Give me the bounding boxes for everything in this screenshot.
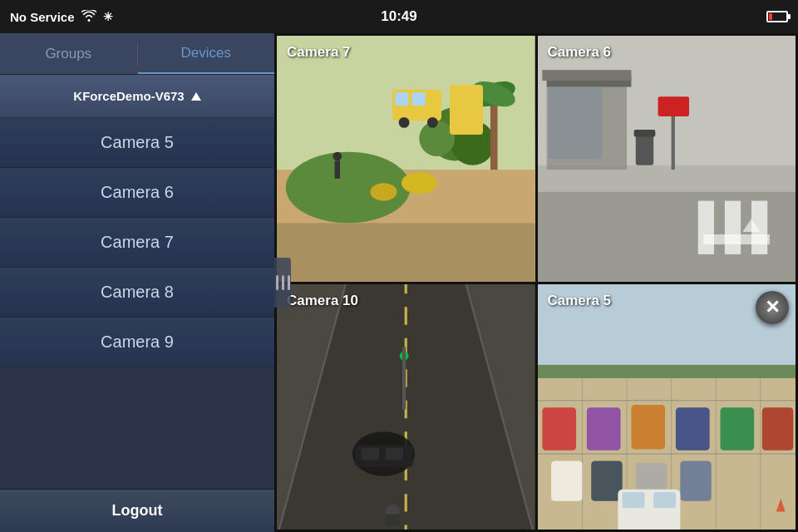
sidebar-item-camera7[interactable]: Camera 7	[0, 218, 274, 268]
svg-rect-59	[542, 407, 576, 450]
svg-point-14	[399, 117, 410, 128]
camera10-label-overlay: Camera 10	[287, 293, 358, 309]
svg-rect-25	[548, 88, 601, 160]
camera7-label-overlay: Camera 7	[287, 44, 351, 61]
svg-rect-62	[675, 407, 709, 450]
svg-rect-68	[680, 461, 711, 500]
svg-rect-46	[402, 347, 406, 409]
svg-point-4	[451, 121, 495, 165]
svg-rect-12	[395, 92, 408, 106]
svg-rect-65	[551, 461, 582, 500]
svg-rect-70	[622, 492, 644, 508]
svg-point-7	[370, 183, 397, 200]
svg-rect-61	[631, 405, 665, 450]
camera-cell-7[interactable]: Camera 7	[277, 36, 535, 282]
battery-icon	[766, 11, 788, 22]
svg-point-18	[332, 152, 342, 161]
camera8-label: Camera 8	[101, 283, 174, 302]
svg-rect-30	[635, 134, 653, 165]
drag-line-3	[288, 275, 290, 290]
no-service-label: No Service	[10, 10, 75, 24]
device-group-header[interactable]: KForceDemo-V673	[0, 75, 274, 118]
svg-rect-24	[542, 70, 631, 81]
logout-button[interactable]: Logout	[0, 489, 274, 532]
main-content: Groups Devices KForceDemo-V673 Camera 5 …	[0, 33, 798, 532]
status-left: No Service ✳	[10, 10, 113, 24]
svg-rect-71	[653, 492, 676, 508]
wifi-icon	[81, 10, 96, 24]
camera-cell-6[interactable]: Camera 6	[538, 36, 796, 282]
group-name-label: KForceDemo-V673	[73, 89, 184, 103]
svg-point-6	[401, 172, 437, 194]
camera9-label: Camera 9	[101, 332, 174, 352]
camera6-feed	[538, 36, 796, 282]
camera10-feed	[277, 284, 535, 530]
sidebar-item-camera5[interactable]: Camera 5	[0, 118, 274, 168]
sidebar-item-camera9[interactable]: Camera 9	[0, 318, 274, 367]
svg-rect-66	[591, 461, 622, 500]
svg-rect-33	[658, 96, 688, 116]
drag-line-1	[276, 275, 278, 290]
svg-rect-8	[490, 98, 498, 170]
svg-rect-27	[724, 201, 740, 254]
svg-rect-60	[586, 407, 620, 450]
camera5-label-overlay: Camera 5	[548, 293, 612, 309]
svg-point-5	[419, 121, 455, 156]
camera7-feed	[277, 36, 535, 282]
sidebar: Groups Devices KForceDemo-V673 Camera 5 …	[0, 33, 274, 532]
camera7-label: Camera 7	[101, 233, 174, 252]
resize-handle[interactable]	[274, 258, 291, 308]
camera5-feed	[538, 284, 796, 530]
tab-bar: Groups Devices	[0, 33, 274, 75]
close-button[interactable]: ✕	[756, 291, 789, 324]
status-right	[766, 11, 788, 22]
svg-rect-31	[633, 130, 655, 137]
svg-rect-41	[362, 447, 379, 460]
camera6-label-overlay: Camera 6	[548, 44, 612, 61]
svg-point-15	[427, 117, 438, 128]
camera5-label: Camera 5	[101, 133, 174, 152]
camera-grid: Camera 7	[274, 33, 798, 532]
svg-rect-17	[335, 160, 340, 178]
svg-rect-42	[386, 447, 403, 460]
svg-rect-64	[761, 407, 792, 450]
svg-rect-16	[277, 223, 535, 281]
time-display: 10:49	[381, 8, 416, 25]
sidebar-item-camera8[interactable]: Camera 8	[0, 268, 274, 318]
camera-cell-5[interactable]: Camera 5 ✕	[538, 284, 796, 530]
svg-rect-13	[412, 92, 426, 106]
camera6-label: Camera 6	[101, 183, 174, 202]
camera-cell-10[interactable]: Camera 10	[277, 284, 535, 530]
tab-devices[interactable]: Devices	[138, 33, 275, 74]
arrow-up-icon	[191, 92, 201, 101]
sidebar-item-camera6[interactable]: Camera 6	[0, 168, 274, 218]
svg-rect-44	[386, 514, 400, 525]
device-list: KForceDemo-V673 Camera 5 Camera 6 Camera…	[0, 75, 274, 489]
drag-line-2	[282, 275, 284, 290]
drag-handle-lines	[275, 275, 291, 290]
tab-groups[interactable]: Groups	[0, 33, 137, 74]
svg-rect-63	[720, 407, 754, 450]
svg-rect-26	[697, 201, 713, 254]
status-bar: No Service ✳ 10:49	[0, 0, 798, 33]
spinner-icon: ✳	[103, 10, 113, 23]
